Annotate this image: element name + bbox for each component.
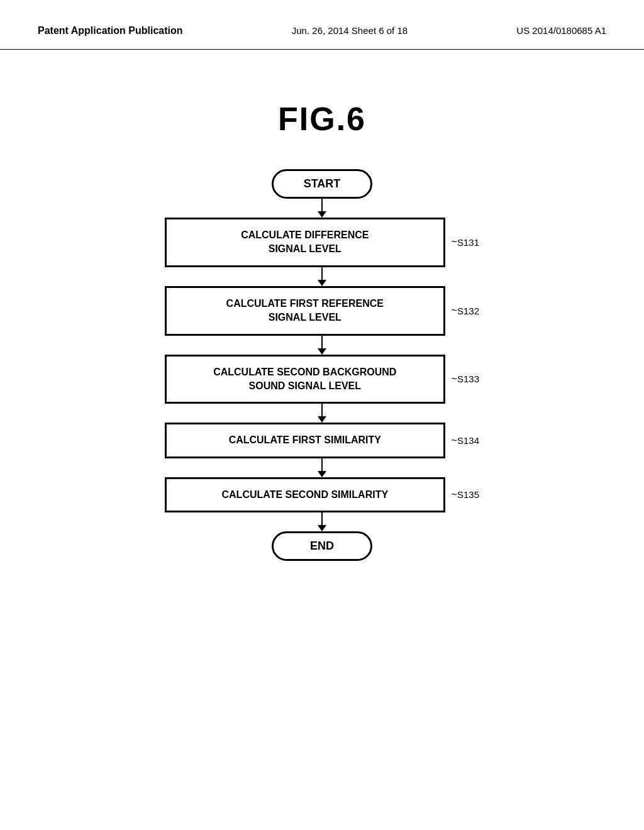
step-s135-label: S135 bbox=[452, 489, 479, 501]
flowchart: START CALCULATE DIFFERENCESIGNAL LEVEL S… bbox=[165, 169, 479, 561]
step-s133-box: CALCULATE SECOND BACKGROUNDSOUND SIGNAL … bbox=[165, 355, 445, 404]
step-s131-text: CALCULATE DIFFERENCESIGNAL LEVEL bbox=[241, 230, 369, 254]
step-s133-text: CALCULATE SECOND BACKGROUNDSOUND SIGNAL … bbox=[213, 367, 396, 391]
publication-label: Patent Application Publication bbox=[38, 25, 183, 36]
step-s133-wrapper: CALCULATE SECOND BACKGROUNDSOUND SIGNAL … bbox=[165, 355, 479, 404]
arrow-2 bbox=[318, 267, 326, 286]
main-content: FIG.6 START CALCULATE DIFFERENCESIGNAL L… bbox=[0, 50, 644, 561]
arrow-3 bbox=[318, 336, 326, 355]
arrow-6 bbox=[318, 512, 326, 531]
arrow-5 bbox=[318, 458, 326, 477]
arrow-1 bbox=[318, 199, 326, 218]
step-s131-label: S131 bbox=[452, 236, 479, 248]
step-s135-wrapper: CALCULATE SECOND SIMILARITY S135 bbox=[165, 477, 479, 512]
start-node: START bbox=[272, 169, 372, 199]
step-s134-box: CALCULATE FIRST SIMILARITY bbox=[165, 423, 445, 458]
step-s131-wrapper: CALCULATE DIFFERENCESIGNAL LEVEL S131 bbox=[165, 218, 479, 267]
step-s132-label: S132 bbox=[452, 305, 479, 316]
patent-number-label: US 2014/0180685 A1 bbox=[516, 25, 606, 36]
step-s132-text: CALCULATE FIRST REFERENCESIGNAL LEVEL bbox=[226, 298, 384, 323]
date-sheet-label: Jun. 26, 2014 Sheet 6 of 18 bbox=[292, 25, 408, 36]
figure-title: FIG.6 bbox=[278, 100, 366, 138]
step-s132-wrapper: CALCULATE FIRST REFERENCESIGNAL LEVEL S1… bbox=[165, 286, 479, 336]
step-s132-box: CALCULATE FIRST REFERENCESIGNAL LEVEL bbox=[165, 286, 445, 336]
step-s133-label: S133 bbox=[452, 374, 479, 385]
page-header: Patent Application Publication Jun. 26, … bbox=[0, 0, 644, 50]
step-s134-wrapper: CALCULATE FIRST SIMILARITY S134 bbox=[165, 423, 479, 458]
step-s135-text: CALCULATE SECOND SIMILARITY bbox=[222, 489, 389, 500]
end-node: END bbox=[272, 531, 372, 561]
step-s135-box: CALCULATE SECOND SIMILARITY bbox=[165, 477, 445, 512]
step-s131-box: CALCULATE DIFFERENCESIGNAL LEVEL bbox=[165, 218, 445, 267]
step-s134-text: CALCULATE FIRST SIMILARITY bbox=[229, 434, 381, 445]
arrow-4 bbox=[318, 404, 326, 423]
step-s134-label: S134 bbox=[452, 435, 479, 446]
